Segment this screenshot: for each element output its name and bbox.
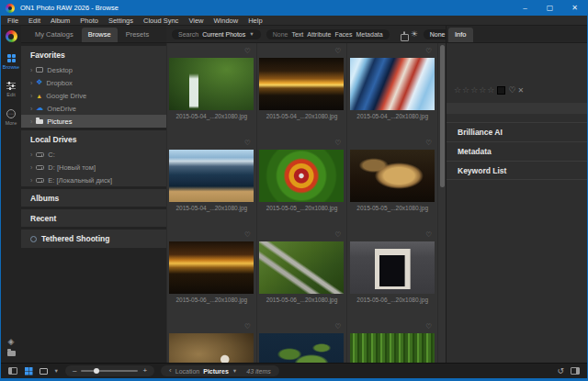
- albums-header[interactable]: Albums: [21, 189, 166, 207]
- menu-cloud-sync[interactable]: Cloud Sync: [143, 16, 178, 26]
- plugin-icon[interactable]: ◈: [8, 337, 15, 346]
- compare-icon[interactable]: [403, 31, 405, 37]
- filter-attribute[interactable]: Attribute: [307, 31, 331, 38]
- photo-thumbnail-forest[interactable]: [350, 333, 435, 363]
- photo-thumbnail-carp-streamers[interactable]: [350, 58, 435, 110]
- favorite-heart-icon[interactable]: ♡: [244, 230, 251, 239]
- menu-edit[interactable]: Edit: [28, 16, 40, 26]
- sidebar-item-google-drive[interactable]: › ▲ Google Drive: [21, 89, 166, 102]
- tab-browse[interactable]: Browse: [82, 28, 118, 42]
- menu-file[interactable]: File: [7, 16, 18, 26]
- menu-window[interactable]: Window: [214, 16, 239, 26]
- filter-text[interactable]: Text: [291, 31, 303, 38]
- module-browse[interactable]: Browse: [3, 54, 19, 70]
- favorite-heart-icon[interactable]: ♡: [244, 47, 251, 55]
- disclosure-icon[interactable]: ›: [30, 151, 32, 158]
- back-chevron-icon[interactable]: ‹: [169, 368, 172, 374]
- disclosure-icon[interactable]: ›: [30, 106, 32, 112]
- module-edit[interactable]: Edit: [6, 82, 16, 97]
- menu-help[interactable]: Help: [248, 16, 262, 26]
- star-icon[interactable]: ☆: [454, 85, 461, 95]
- sidebar-item-drive-d[interactable]: › D: [Новый том]: [21, 161, 166, 174]
- photo-thumbnail-winding-road[interactable]: [259, 241, 344, 294]
- disclosure-icon[interactable]: ›: [30, 80, 32, 86]
- filter-faces[interactable]: Faces: [334, 31, 352, 38]
- section-keyword-list[interactable]: Keyword List: [447, 161, 587, 180]
- tab-presets[interactable]: Presets: [119, 28, 155, 42]
- toggle-left-panel-icon[interactable]: [8, 367, 17, 375]
- close-button[interactable]: ✕: [562, 0, 587, 16]
- star-icon[interactable]: ☆: [487, 85, 494, 95]
- disclosure-icon[interactable]: ›: [30, 164, 32, 171]
- maximize-button[interactable]: ▢: [537, 0, 562, 16]
- color-label-swatch[interactable]: [498, 87, 504, 94]
- search-scope-dropdown[interactable]: Search Current Photos ▼: [172, 29, 261, 39]
- like-heart-icon[interactable]: ♡: [508, 85, 515, 95]
- disclosure-icon[interactable]: ›: [30, 67, 32, 73]
- sidebar-item-drive-e[interactable]: › E: [Локальный диск]: [21, 174, 166, 186]
- menu-photo[interactable]: Photo: [80, 16, 98, 26]
- favorite-heart-icon[interactable]: ♡: [335, 230, 342, 239]
- tab-my-catalogs[interactable]: My Catalogs: [28, 28, 80, 42]
- photo-thumbnail-waterfall[interactable]: [169, 58, 254, 110]
- minimize-button[interactable]: –: [513, 0, 537, 16]
- photo-thumbnail-spiral[interactable]: [259, 150, 344, 202]
- disclosure-icon[interactable]: ›: [30, 118, 32, 125]
- view-chevron-icon[interactable]: ▼: [54, 368, 59, 374]
- zoom-out-icon[interactable]: –: [73, 368, 76, 374]
- photo-thumbnail-sunset-field[interactable]: [169, 241, 254, 294]
- local-drives-header[interactable]: Local Drives: [21, 130, 166, 148]
- favorite-heart-icon[interactable]: ♡: [335, 139, 342, 147]
- tethered-shooting-header[interactable]: Tethered Shooting: [21, 230, 166, 248]
- sidebar-item-drive-c[interactable]: › C:: [21, 148, 166, 161]
- photo-thumbnail-europe-map[interactable]: [259, 333, 344, 363]
- favorite-heart-icon[interactable]: ♡: [425, 139, 432, 147]
- location-chevron-icon[interactable]: ▼: [232, 368, 237, 374]
- new-folder-icon[interactable]: [7, 351, 16, 356]
- location-value[interactable]: Pictures: [203, 368, 229, 375]
- toggle-right-panel-icon[interactable]: [571, 367, 580, 375]
- recent-header[interactable]: Recent: [21, 209, 166, 227]
- location-breadcrumb[interactable]: ‹ Location Pictures ▼ 43 items: [161, 365, 279, 376]
- filter-metadata[interactable]: Metadata: [356, 31, 382, 38]
- favorite-heart-icon[interactable]: ♡: [425, 47, 432, 55]
- reject-icon[interactable]: ✕: [517, 86, 524, 95]
- favorite-heart-icon[interactable]: ♡: [425, 322, 432, 331]
- favorite-heart-icon[interactable]: ♡: [335, 322, 342, 331]
- photo-thumbnail-floating-islands[interactable]: [350, 150, 435, 202]
- zoom-in-icon[interactable]: +: [142, 368, 147, 374]
- star-icon[interactable]: ☆: [462, 85, 469, 95]
- star-icon[interactable]: ☆: [479, 85, 486, 95]
- favorite-heart-icon[interactable]: ♡: [244, 139, 251, 147]
- filter-none[interactable]: None: [273, 31, 288, 38]
- photo-thumbnail-black-door[interactable]: [350, 241, 435, 294]
- menu-settings[interactable]: Settings: [108, 16, 133, 26]
- favorites-header[interactable]: Favorites: [21, 46, 166, 63]
- favorite-heart-icon[interactable]: ♡: [425, 230, 432, 239]
- disclosure-icon[interactable]: ›: [30, 93, 32, 99]
- section-metadata[interactable]: Metadata: [447, 141, 587, 161]
- sidebar-item-desktop[interactable]: › Desktop: [21, 63, 166, 76]
- tab-info[interactable]: Info: [448, 28, 473, 42]
- menu-album[interactable]: Album: [51, 16, 70, 26]
- sidebar-item-onedrive[interactable]: › ☁ OneDrive: [21, 102, 166, 115]
- slider-knob[interactable]: [94, 368, 99, 374]
- photo-thumbnail-sunset-valley[interactable]: [259, 58, 344, 110]
- section-brilliance-ai[interactable]: Brilliance AI: [447, 122, 587, 141]
- module-more[interactable]: ⋯ More: [6, 109, 17, 126]
- soft-proof-icon[interactable]: ☀: [411, 30, 418, 39]
- favorite-heart-icon[interactable]: ♡: [335, 47, 342, 55]
- refresh-icon[interactable]: ↺: [557, 367, 564, 375]
- grid-scrollbar[interactable]: [440, 45, 445, 187]
- photo-thumbnail-panorama[interactable]: [169, 333, 254, 363]
- photo-thumbnail-seascape[interactable]: [169, 150, 254, 202]
- slider-track[interactable]: [81, 370, 138, 372]
- grid-view-icon[interactable]: [25, 367, 28, 371]
- disclosure-icon[interactable]: ›: [30, 177, 32, 184]
- sidebar-item-pictures[interactable]: › Pictures: [21, 115, 166, 128]
- sidebar-item-dropbox[interactable]: › ❖ Dropbox: [21, 76, 166, 89]
- detail-view-icon[interactable]: [40, 368, 48, 375]
- favorite-heart-icon[interactable]: ♡: [244, 322, 251, 331]
- menu-view[interactable]: View: [188, 16, 203, 26]
- star-icon[interactable]: ☆: [470, 85, 478, 95]
